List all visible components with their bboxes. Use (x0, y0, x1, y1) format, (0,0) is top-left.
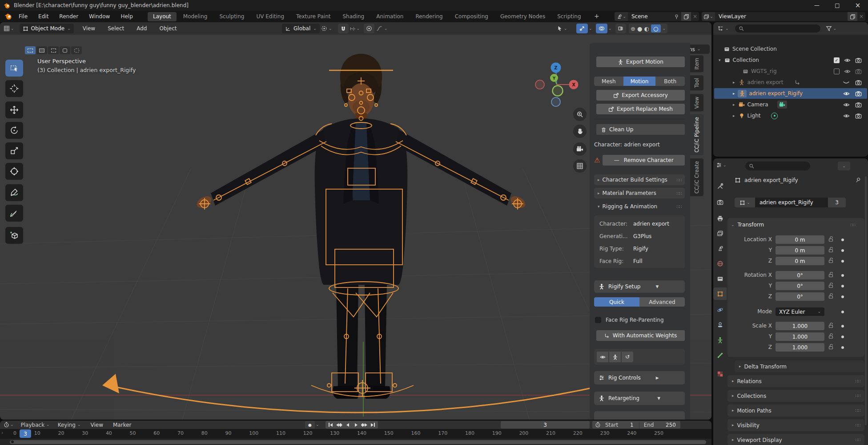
render-toggle[interactable] (855, 113, 862, 119)
play-reverse-button[interactable] (343, 421, 352, 429)
stopwatch-icon[interactable] (595, 422, 601, 428)
select-mode-box[interactable] (36, 46, 47, 54)
properties-section[interactable]: ▸ Collections ∷∷ (727, 390, 864, 402)
jump-to-end-button[interactable] (369, 421, 377, 429)
pin-icon[interactable] (674, 14, 679, 20)
chevron-down-icon[interactable]: ⌄ (608, 27, 612, 31)
export-replace-mesh-button[interactable]: Export Replace Mesh (596, 104, 685, 114)
rotation-mode-dropdown[interactable]: XYZ Euler ⌄ (776, 307, 824, 316)
lock-icon[interactable] (828, 247, 834, 253)
timeline-scrollbar[interactable] (0, 439, 711, 445)
location-y-field[interactable]: 0 m (776, 246, 824, 255)
tab-object[interactable] (713, 287, 727, 300)
properties-options-button[interactable]: ⌄ (838, 162, 850, 170)
tab-tool[interactable] (713, 180, 727, 192)
scale-z-field[interactable]: 1.000 (776, 343, 824, 352)
shading-solid-button[interactable]: ● (637, 25, 642, 32)
menu-item[interactable]: Window (87, 13, 112, 20)
animate-dot[interactable] (841, 336, 844, 338)
tab-constraints[interactable] (713, 319, 727, 331)
properties-section[interactable]: ▸ Viewport Display ∷∷ (727, 434, 864, 445)
drag-dots-icon[interactable]: ∷∷ (676, 191, 681, 196)
hide-eye-toggle[interactable] (843, 90, 850, 97)
select-mode-circle[interactable] (48, 46, 59, 54)
animate-dot[interactable] (841, 249, 844, 252)
drag-dots-icon[interactable]: ∷∷ (855, 393, 860, 398)
tool-select-box[interactable] (5, 60, 23, 77)
properties-editor-icon[interactable] (716, 162, 722, 168)
show-gizmo-toggle[interactable] (576, 24, 588, 33)
rig-visibility-toggle[interactable] (597, 352, 608, 362)
expand-chevron-icon[interactable]: › (1, 430, 3, 436)
npanel-tab[interactable]: View (690, 94, 703, 111)
lock-icon[interactable] (828, 271, 834, 278)
tab-world[interactable] (713, 257, 727, 270)
remove-character-button[interactable]: — Remove Character (603, 155, 685, 166)
tool-scale[interactable] (5, 142, 23, 159)
export-motion-button[interactable]: Export Motion (596, 57, 685, 67)
section-character-build-settings[interactable]: ▸ Character Build Settings∷∷ (594, 174, 685, 185)
npanel-tab[interactable]: CC/iC Pipeline (690, 114, 703, 155)
menu-item[interactable]: File (17, 13, 29, 20)
scale-x-field[interactable]: 1.000 (776, 322, 824, 330)
properties-scrollbar[interactable] (865, 176, 867, 425)
tab-view-layer[interactable] (713, 227, 727, 239)
properties-section[interactable]: ▸ Relations ∷∷ (727, 375, 864, 387)
jump-to-start-button[interactable] (326, 421, 335, 429)
tool-measure[interactable] (5, 205, 23, 222)
lock-icon[interactable] (828, 333, 834, 339)
drag-dots-icon[interactable]: ∷∷ (855, 408, 860, 413)
menu-item[interactable]: Help (119, 13, 134, 20)
npanel-tab[interactable]: CC/iC Create (690, 158, 703, 196)
retargeting-header[interactable]: Retargeting ▼ (594, 392, 685, 405)
outliner-row-wgts-rig[interactable]: WGTS_rig (714, 66, 867, 77)
object-id-dropdown[interactable]: ⌄ (735, 198, 755, 207)
navigation-gizmo[interactable]: X Y Z (520, 48, 596, 115)
workspace-tab[interactable]: UV Editing (251, 12, 289, 21)
npanel-tab[interactable]: Tool (690, 75, 703, 90)
view-menu[interactable]: View (89, 422, 105, 428)
render-toggle[interactable] (855, 90, 862, 97)
tab-texture[interactable] (713, 368, 727, 380)
animate-dot[interactable] (841, 346, 844, 349)
segment-both[interactable]: Both (655, 77, 685, 86)
new-viewlayer-button[interactable] (848, 12, 857, 21)
outliner-row-light[interactable]: ▸ Light (714, 110, 867, 121)
playback-menu[interactable]: Playback⌄ (21, 422, 50, 428)
menu-item[interactable]: Edit (36, 13, 50, 20)
tool-rotate[interactable] (5, 122, 23, 139)
npanel-tab[interactable]: Item (690, 55, 703, 72)
unlink-scene-button[interactable]: × (691, 13, 699, 20)
viewport-menu-item[interactable]: Object (157, 25, 178, 32)
snap-target-icon[interactable]: ⊦⊹ (350, 26, 355, 31)
selectability-dropdown[interactable]: ⌄ (557, 24, 567, 33)
auto-weights-button[interactable]: With Automatic Weights (596, 330, 685, 341)
lock-icon[interactable] (828, 257, 834, 263)
clean-up-button[interactable]: Clean Up (596, 124, 685, 135)
auto-key-toggle[interactable]: ● (305, 421, 315, 429)
scale-y-field[interactable]: 1.000 (776, 332, 824, 341)
chevron-down-icon[interactable]: ⌄ (663, 27, 666, 31)
drag-dots-icon[interactable]: ∷∷ (676, 204, 681, 209)
snap-toggle[interactable] (338, 24, 349, 33)
workspace-tab[interactable]: Geometry Nodes (495, 12, 551, 21)
tab-collection[interactable] (713, 272, 727, 285)
scrollbar-handle[interactable] (10, 440, 706, 444)
chevron-down-icon[interactable]: ⌄ (731, 223, 735, 227)
location-x-field[interactable]: 0 m (776, 235, 824, 244)
tool-add-cube[interactable] (5, 227, 23, 244)
segment-mesh[interactable]: Mesh (594, 77, 623, 86)
outliner-row-collection[interactable]: ▾ Collection ✓ (714, 55, 867, 65)
pivot-dropdown[interactable]: ⌄ (321, 24, 332, 33)
tool-annotate[interactable] (5, 184, 23, 201)
properties-section[interactable]: ▸ Delta Transform ∷∷ (735, 360, 864, 372)
chevron-right-icon[interactable]: ▸ (733, 92, 735, 96)
section-material-parameters[interactable]: ▸ Material Parameters∷∷ (594, 188, 685, 198)
rotation-z-field[interactable]: 0° (776, 292, 824, 301)
lock-icon[interactable] (828, 322, 834, 328)
camera-view-button[interactable] (573, 142, 587, 156)
properties-search[interactable] (745, 162, 810, 170)
outliner-search[interactable] (735, 24, 820, 32)
drag-dots-icon[interactable]: ∷∷ (855, 423, 860, 428)
chevron-down-icon[interactable]: ⌄ (316, 423, 319, 427)
